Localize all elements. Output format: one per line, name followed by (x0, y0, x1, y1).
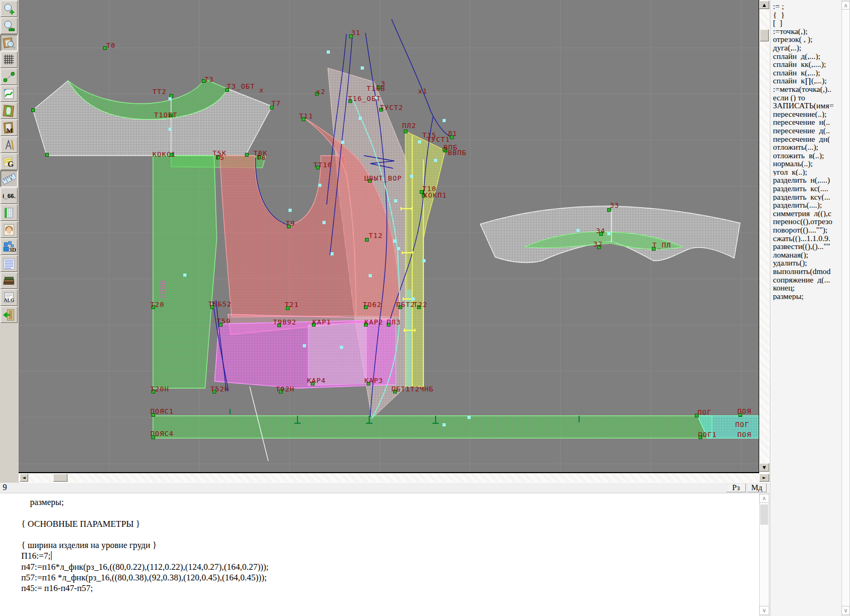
i66-button[interactable]: i_66. (1, 187, 18, 204)
command-item[interactable]: пересечение н(.. (770, 118, 842, 126)
command-item[interactable]: ломаная(); (770, 251, 842, 259)
piece-back[interactable] (153, 156, 217, 388)
command-item[interactable]: сплайн к(,...); (770, 69, 842, 77)
command-item[interactable]: [ ] (770, 19, 842, 27)
curve-handle-marker (397, 247, 400, 250)
command-item[interactable]: :=метка(точка(,).. (770, 85, 842, 93)
point-label: ПБТ2 (396, 301, 415, 308)
grading-g-button[interactable]: G (1, 153, 18, 170)
pattern-m-button[interactable]: M (1, 119, 18, 136)
panel-scroll-down[interactable]: ∨ (842, 606, 850, 615)
command-item[interactable]: пересечение(..); (770, 110, 842, 118)
point-label: Т5Б52 (208, 301, 232, 307)
canvas-vscrollbar[interactable] (759, 0, 769, 472)
command-item[interactable]: отложить в(..); (770, 151, 842, 160)
point-label: ПОЯ (737, 431, 751, 438)
zoom-out-icon (2, 20, 16, 32)
curve-image-button[interactable] (1, 85, 18, 102)
command-item[interactable]: перенос((),отрезо (770, 217, 842, 226)
command-item[interactable]: дуга(,..); (770, 44, 842, 52)
exit-button[interactable] (1, 306, 18, 323)
command-item[interactable]: := ; (770, 2, 842, 11)
command-item[interactable]: развести((),()..."" (770, 242, 842, 251)
command-item[interactable]: угол к(..); (770, 168, 842, 176)
md-button[interactable]: Мд (747, 483, 767, 492)
measure-ruler-button[interactable]: 78 (1, 170, 18, 187)
drafting-button[interactable] (1, 136, 18, 153)
point-label: Т12 (369, 232, 382, 239)
rz-button[interactable]: Рз (726, 483, 746, 492)
command-item[interactable]: удалить(); (770, 259, 842, 267)
curve-icon (2, 88, 16, 100)
command-item[interactable]: разделить(....); (770, 201, 842, 209)
panel-vscrollbar[interactable] (842, 0, 850, 616)
books-button[interactable] (1, 272, 18, 289)
zoom-in-button[interactable] (1, 1, 18, 17)
svg-text:ALG: ALG (4, 297, 14, 303)
command-item[interactable]: сопряжение д(... (770, 276, 842, 284)
piece-front[interactable] (220, 156, 356, 317)
point-label: Т16_ОБТ (348, 95, 381, 102)
command-item[interactable]: пересечение дн( (770, 135, 842, 143)
command-item[interactable]: сплайн кк(,....); (770, 60, 842, 69)
pattern-canvas[interactable]: Т031Т3Т3_ОБТхТТ2Т7х23Т16ВТ16_ОБТТУСТ2Т1О… (19, 0, 759, 473)
editor-line (0, 508, 759, 518)
command-item[interactable]: отрезок( , ); (770, 35, 842, 44)
vscroll-thumb[interactable] (760, 29, 769, 41)
command-item[interactable]: если () то (770, 93, 842, 102)
point-label: ТУСТ2 (380, 104, 403, 111)
command-item[interactable]: сжать(()...1.1.0.9. (770, 234, 842, 243)
hscroll-thumb[interactable] (53, 474, 67, 482)
command-item[interactable]: разделить ксу(... (770, 193, 842, 201)
threed-button[interactable]: 3D (1, 238, 18, 255)
size-table-button[interactable] (1, 204, 18, 221)
command-item[interactable]: сплайн к∏(,...); (770, 76, 842, 85)
command-item[interactable]: размеры; (770, 292, 842, 301)
editor-line: п45:= п16-п47-п57; (0, 583, 759, 594)
point-label: Т20 (150, 301, 164, 308)
list-doc-button[interactable] (1, 255, 18, 272)
editor-line: { ОСНОВНЫЕ ПАРАМЕТРЫ } (0, 519, 759, 529)
segment-button[interactable] (1, 69, 18, 85)
command-item[interactable]: пересечение д(.. (770, 126, 842, 135)
command-item[interactable]: ЗАПИСАТЬ(имя= (770, 101, 842, 110)
editor-scroll-up[interactable]: ∧ (759, 494, 769, 503)
command-item[interactable]: сплайн д(,...); (770, 52, 842, 61)
command-item[interactable]: нормаль(..); (770, 159, 842, 168)
command-item[interactable]: отложить(...); (770, 143, 842, 151)
scroll-left-button[interactable]: ◄ (20, 474, 28, 482)
command-item[interactable]: конец; (770, 284, 842, 292)
grid-button[interactable] (1, 52, 18, 68)
command-item[interactable]: разделить н(,....) (770, 176, 842, 184)
editor-scroll-down[interactable]: ∨ (759, 606, 769, 615)
alg-button[interactable]: ALG (1, 289, 18, 306)
command-item[interactable]: разделить кс(.... (770, 184, 842, 193)
command-item[interactable]: выполнить(dmod (770, 267, 842, 276)
code-editor[interactable]: размеры;{ ОСНОВНЫЕ ПАРАМЕТРЫ }{ ширина и… (0, 493, 759, 616)
portrait-button[interactable] (1, 221, 18, 238)
command-item[interactable]: поворот(()....""); (770, 226, 842, 234)
curve-handle-marker (327, 50, 330, 54)
point-marker (404, 130, 407, 133)
point-label: Т16В (367, 85, 385, 92)
piece-waistband[interactable] (153, 416, 712, 438)
command-item[interactable]: :=точка(,); (770, 27, 842, 36)
point-label: Т9В92 (273, 319, 296, 326)
panel-scroll-up[interactable]: ∧ (842, 1, 850, 10)
point-label: Т5 (215, 154, 225, 161)
editor-scroll-thumb[interactable] (760, 504, 768, 525)
g-icon: G (2, 156, 16, 168)
scroll-right-button[interactable]: ► (759, 474, 769, 482)
scroll-down-button[interactable]: ▼ (759, 463, 769, 472)
canvas-hscrollbar[interactable] (19, 473, 759, 482)
command-item[interactable]: { } (770, 11, 842, 19)
zoom-out-button[interactable] (1, 18, 18, 34)
command-item[interactable]: симметрия л((),с (770, 209, 842, 218)
ruler-icon: 78 (2, 173, 16, 185)
point-label: КАР1 (312, 319, 331, 326)
scroll-up-button[interactable]: ▲ (759, 1, 769, 9)
point-label: 33 (610, 202, 619, 209)
view-pattern-button[interactable] (1, 35, 18, 51)
curve-handle-marker (288, 209, 292, 212)
pattern-outline-button[interactable] (1, 102, 18, 119)
